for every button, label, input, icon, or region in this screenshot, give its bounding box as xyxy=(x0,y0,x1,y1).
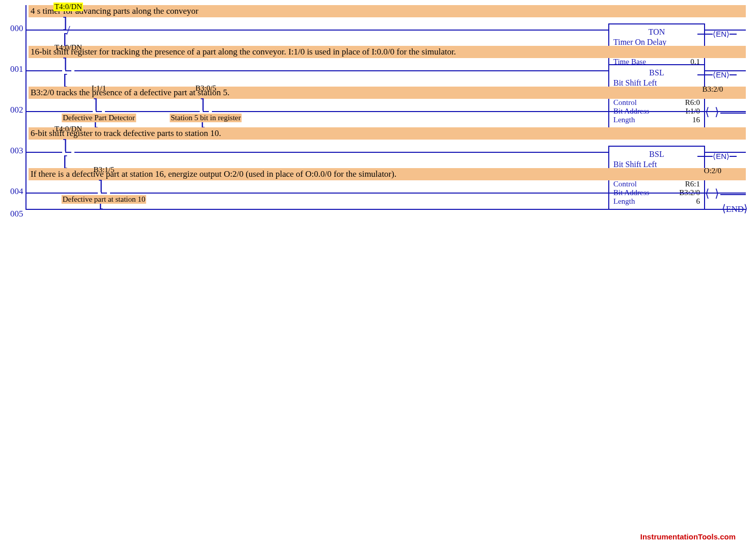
contact-label: B3:0/5 xyxy=(196,84,217,93)
rung-001: 16-bit shift register for tracking the p… xyxy=(26,46,746,71)
contact-label: T4:0/DN xyxy=(55,125,82,133)
rung-number: 001 xyxy=(10,64,23,74)
rung-005: 005⟨END⟩ xyxy=(26,209,746,210)
rung-comment: 16-bit shift register for tracking the p… xyxy=(29,46,746,58)
rung-000: 4 s timer for advancing parts along the … xyxy=(26,5,746,31)
contact-xic: T4:0/DN ] [ xyxy=(57,64,79,79)
rung-002: B3:2/0 tracks the presence of a defectiv… xyxy=(26,87,746,112)
rung-number: 003 xyxy=(10,146,23,156)
contact-xio: T4:0/DN ] [/ xyxy=(57,23,79,38)
contact-label: I:1/1 xyxy=(92,84,106,93)
contact-desc: Defective Part Detector xyxy=(62,114,136,122)
contact-desc: Station 5 bit in register xyxy=(170,114,241,122)
contact-label: T4:0/DN xyxy=(55,43,82,52)
output-coil: O:2/0 ⟨ ⟩ xyxy=(705,187,720,200)
rung-rail: T4:0/DN ] [ BSL Bit Shift Left File#B3:0… xyxy=(26,70,746,71)
contact-xic: B3:1/5 ] [ Defective part at station 10 xyxy=(93,186,115,201)
contact-xic: I:1/1 ] [ Defective Part Detector xyxy=(88,104,110,120)
rung-004: If there is a defective part at station … xyxy=(26,168,746,194)
rung-rail: B3:1/5 ] [ Defective part at station 10 … xyxy=(26,193,746,194)
rung-comment: If there is a defective part at station … xyxy=(29,168,746,180)
rung-rail: T4:0/DN ] [ BSL Bit Shift Left File#B3:1… xyxy=(26,152,746,153)
ladder-container: 4 s timer for advancing parts along the … xyxy=(25,5,746,210)
contact-xic: B3:0/5 ] [ Station 5 bit in register xyxy=(195,104,217,120)
rung-comment: B3:2/0 tracks the presence of a defectiv… xyxy=(29,87,746,99)
rung-comment: 6-bit shift register to track defective … xyxy=(29,127,746,140)
rung-number: 000 xyxy=(10,23,23,34)
pin-en: ⟨EN⟩ xyxy=(697,30,737,39)
rung-003: 6-bit shift register to track defective … xyxy=(26,127,746,153)
pin-en: ⟨EN⟩ xyxy=(697,70,737,79)
rung-comment: 4 s timer for advancing parts along the … xyxy=(29,5,746,17)
rung-number: 002 xyxy=(10,105,23,115)
end-marker: ⟨END⟩ xyxy=(722,202,748,214)
contact-desc: Defective part at station 10 xyxy=(62,195,146,204)
contact-xic: T4:0/DN ] [ xyxy=(57,145,79,160)
pin-en: ⟨EN⟩ xyxy=(697,152,737,161)
rung-rail: ⟨END⟩ xyxy=(26,209,746,210)
rung-rail: I:1/1 ] [ Defective Part Detector B3:0/5… xyxy=(26,111,746,112)
output-coil: B3:2/0 ⟨ ⟩ xyxy=(705,105,720,119)
rung-number: 005 xyxy=(10,209,23,219)
rung-rail: T4:0/DN ] [/ TON Timer On Delay TimerT4:… xyxy=(26,30,746,31)
rung-number: 004 xyxy=(10,186,23,197)
contact-label: B3:1/5 xyxy=(94,166,115,174)
contact-label: T4:0/DN xyxy=(53,3,83,11)
